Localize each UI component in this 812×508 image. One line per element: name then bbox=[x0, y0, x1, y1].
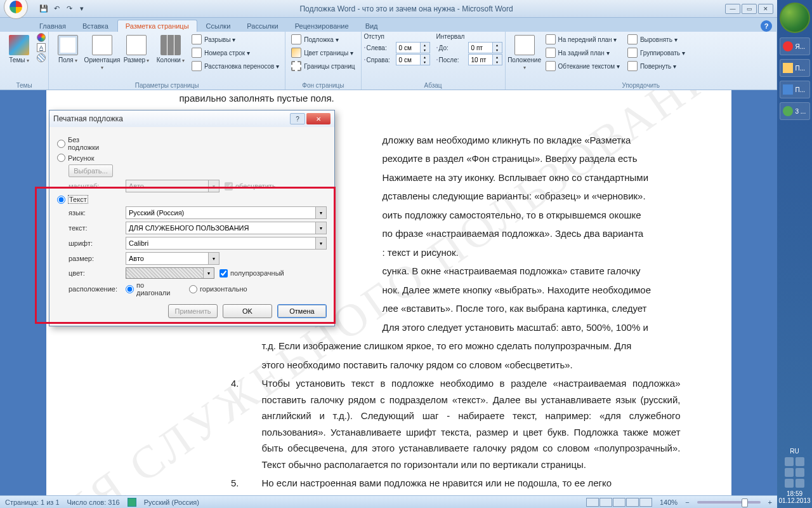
radio-horizontal[interactable]: горизонтально bbox=[189, 285, 241, 293]
close-button[interactable]: ✕ bbox=[758, 4, 773, 14]
radio-label: Рисунок bbox=[68, 154, 95, 162]
orientation-button[interactable]: Ориентация bbox=[86, 33, 119, 72]
qat-more-button[interactable]: ▾ bbox=[76, 3, 88, 15]
doc-text: правильно заполнять пустые поля. bbox=[180, 90, 681, 107]
language-combo[interactable]: Русский (Россия) bbox=[126, 206, 327, 219]
page-borders-button[interactable]: Границы страниц bbox=[288, 60, 358, 72]
size-label: размер: bbox=[69, 255, 121, 262]
window-controls: — ▭ ✕ bbox=[725, 4, 773, 14]
btn-label: Группировать ▾ bbox=[640, 50, 685, 57]
doc-text: Нажимаете на эту иконку. Всплывает окно … bbox=[383, 170, 681, 186]
btn-label: На задний план ▾ bbox=[558, 50, 610, 57]
size-button[interactable]: Размер bbox=[120, 33, 153, 65]
space-before-input[interactable]: 0 пт bbox=[468, 42, 502, 53]
system-tray[interactable] bbox=[777, 455, 812, 490]
btn-label: Разрывы ▾ bbox=[204, 36, 235, 43]
taskbar-item[interactable]: П... bbox=[780, 59, 810, 77]
tab-view[interactable]: Вид bbox=[358, 20, 386, 32]
minimize-button[interactable]: — bbox=[725, 4, 740, 14]
columns-icon bbox=[160, 35, 181, 55]
taskbar-item[interactable]: 3 ... bbox=[780, 102, 810, 120]
margins-button[interactable]: Поля bbox=[51, 33, 84, 65]
theme-colors-button[interactable] bbox=[37, 33, 46, 42]
cancel-button[interactable]: Отмена bbox=[277, 304, 327, 318]
radio-picture[interactable]: Рисунок bbox=[57, 154, 109, 162]
line-numbers-button[interactable]: Номера строк ▾ bbox=[188, 46, 282, 59]
office-button[interactable] bbox=[4, 0, 28, 19]
indent-left-input[interactable]: 0 см bbox=[396, 42, 430, 53]
dialog-help-button[interactable]: ? bbox=[290, 113, 305, 124]
list-number: 4. bbox=[224, 375, 239, 392]
font-combo[interactable]: Calibri bbox=[126, 237, 327, 250]
start-button[interactable] bbox=[780, 3, 810, 33]
color-combo[interactable] bbox=[126, 267, 214, 279]
themes-button[interactable]: Темы bbox=[3, 33, 36, 65]
semitransparent-checkbox[interactable]: полупрозрачный bbox=[219, 269, 272, 277]
taskbar-language[interactable]: RU bbox=[790, 448, 799, 455]
text-combo[interactable]: ДЛЯ СЛУЖЕБНОГО ПОЛЬЗОВАНИЯ bbox=[126, 222, 327, 234]
help-button[interactable]: ? bbox=[761, 20, 772, 32]
bring-front-button[interactable]: На передний план ▾ bbox=[542, 33, 623, 46]
maximize-button[interactable]: ▭ bbox=[742, 4, 757, 14]
align-button[interactable]: Выровнять ▾ bbox=[624, 33, 688, 46]
status-word-count[interactable]: Число слов: 316 bbox=[67, 498, 120, 506]
indent-right-input[interactable]: 0 см bbox=[396, 54, 430, 65]
tab-references[interactable]: Ссылки bbox=[199, 20, 239, 32]
rotate-button[interactable]: Повернуть ▾ bbox=[624, 60, 688, 72]
tab-home[interactable]: Главная bbox=[32, 20, 74, 32]
group-button[interactable]: Группировать ▾ bbox=[624, 46, 688, 59]
doc-text: Для этого следует установить масштаб: ав… bbox=[383, 319, 681, 336]
theme-fonts-button[interactable] bbox=[37, 43, 46, 52]
hyphenation-button[interactable]: Расстановка переносов ▾ bbox=[188, 60, 282, 72]
zoom-slider[interactable] bbox=[697, 501, 761, 504]
tab-page-layout[interactable]: Разметка страницы bbox=[117, 20, 197, 32]
select-picture-button[interactable]: Выбрать... bbox=[69, 164, 113, 177]
status-bar: Страница: 1 из 1 Число слов: 316 Русский… bbox=[0, 495, 777, 508]
send-back-button[interactable]: На задний план ▾ bbox=[542, 46, 623, 59]
doc-text: реходите в раздел «Фон страницы». Вверху… bbox=[383, 150, 681, 167]
dialog-titlebar[interactable]: Печатная подложка ? ✕ bbox=[49, 110, 334, 127]
breaks-button[interactable]: Разрывы ▾ bbox=[188, 33, 282, 46]
doc-text: этого необходимо поставить галочку рядом… bbox=[262, 357, 681, 373]
doc-text: оить подложку самостоятельно, то в откры… bbox=[383, 207, 681, 224]
apply-button[interactable]: Применить bbox=[168, 304, 218, 318]
columns-button[interactable]: Колонки bbox=[154, 33, 187, 65]
size-combo[interactable]: Авто bbox=[126, 252, 219, 265]
zoom-level[interactable]: 140% bbox=[660, 498, 678, 506]
taskbar-clock[interactable]: 18:59 01.12.2013 bbox=[778, 490, 810, 508]
dialog-close-button[interactable]: ✕ bbox=[306, 113, 331, 124]
btn-label: Подложка ▾ bbox=[304, 36, 338, 43]
tab-mailings[interactable]: Рассылки bbox=[239, 20, 285, 32]
page-color-button[interactable]: Цвет страницы ▾ bbox=[288, 46, 358, 59]
taskbar-item[interactable]: П... bbox=[780, 81, 810, 98]
proofing-icon[interactable] bbox=[128, 498, 136, 507]
position-button[interactable]: Положение bbox=[508, 33, 541, 72]
radio-diagonal[interactable]: по диагонали bbox=[126, 281, 178, 297]
radio-text[interactable]: Текст bbox=[57, 195, 109, 204]
ok-button[interactable]: OK bbox=[223, 304, 272, 318]
undo-button[interactable]: ↶ bbox=[51, 3, 62, 15]
text-wrap-button[interactable]: Обтекание текстом ▾ bbox=[542, 60, 623, 72]
tab-insert[interactable]: Вставка bbox=[75, 20, 116, 32]
yandex-icon bbox=[783, 41, 793, 51]
group-arrange: Положение На передний план ▾ На задний п… bbox=[506, 32, 777, 90]
doc-text: нок. Далее жмете кнопку «выбрать». Наход… bbox=[383, 282, 681, 298]
btn-label: Цвет страницы ▾ bbox=[304, 50, 353, 57]
status-language[interactable]: Русский (Россия) bbox=[144, 498, 199, 506]
taskbar-item-label: П... bbox=[796, 65, 806, 72]
save-button[interactable]: 💾 bbox=[38, 3, 49, 15]
redo-button[interactable]: ↷ bbox=[63, 3, 75, 15]
view-buttons[interactable] bbox=[586, 498, 652, 507]
radio-no-watermark[interactable]: Без подложки bbox=[57, 136, 109, 151]
btn-label: Повернуть ▾ bbox=[640, 63, 676, 70]
theme-effects-button[interactable] bbox=[37, 53, 46, 62]
taskbar-item[interactable]: Я... bbox=[780, 37, 810, 55]
status-page[interactable]: Страница: 1 из 1 bbox=[5, 498, 60, 506]
space-after-input[interactable]: 10 пт bbox=[468, 54, 502, 65]
zoom-in-button[interactable]: + bbox=[768, 498, 772, 506]
tab-review[interactable]: Рецензирование bbox=[287, 20, 357, 32]
watermark-button[interactable]: Подложка ▾ bbox=[288, 33, 358, 46]
zoom-out-button[interactable]: − bbox=[685, 498, 689, 506]
group-page-background: Подложка ▾ Цвет страницы ▾ Границы стран… bbox=[285, 32, 361, 90]
watermark-dialog: Печатная подложка ? ✕ Без подложки Рисун… bbox=[49, 110, 335, 326]
